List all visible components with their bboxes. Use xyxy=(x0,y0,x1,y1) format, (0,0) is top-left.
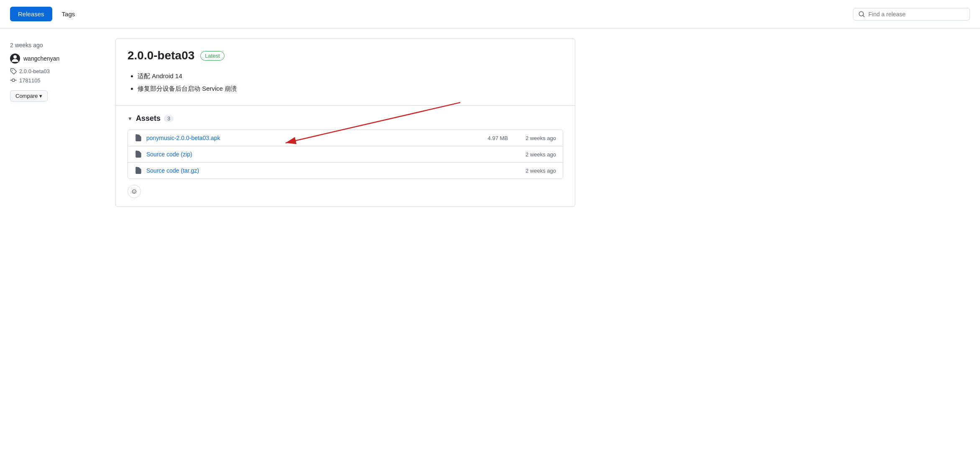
asset-targz-time: 2 weeks ago xyxy=(526,168,556,174)
release-card: 2.0.0-beta03 Latest 适配 Android 14 修复部分设备… xyxy=(115,38,575,207)
asset-apk-size: 4.97 MB xyxy=(488,135,508,141)
targz-icon xyxy=(135,167,142,174)
asset-zip-link[interactable]: Source code (zip) xyxy=(146,151,504,158)
search-box xyxy=(853,8,970,20)
chevron-down-icon: ▾ xyxy=(39,93,42,99)
release-version: 2.0.0-beta03 xyxy=(128,49,194,62)
avatar xyxy=(10,54,20,64)
asset-item-apk: ponymusic-2.0.0-beta03.apk 4.97 MB 2 wee… xyxy=(128,130,563,146)
asset-apk-time: 2 weeks ago xyxy=(526,135,556,141)
compare-button[interactable]: Compare ▾ xyxy=(10,90,48,102)
commit-icon xyxy=(10,77,17,84)
assets-section: ▼ Assets 3 ponymusic-2.0.0-beta03.apk 4.… xyxy=(116,106,575,207)
svg-point-0 xyxy=(13,55,17,59)
sidebar: 2 weeks ago wangchenyan 2.0.0-beta03 xyxy=(10,38,102,207)
release-title-row: 2.0.0-beta03 Latest xyxy=(128,49,563,62)
zip-icon xyxy=(135,151,142,158)
asset-targz-link[interactable]: Source code (tar.gz) xyxy=(146,167,504,174)
sidebar-meta: 2.0.0-beta03 1781105 xyxy=(10,68,102,84)
asset-zip-time: 2 weeks ago xyxy=(526,151,556,158)
asset-item-targz: Source code (tar.gz) 2 weeks ago xyxy=(128,163,563,179)
search-input[interactable] xyxy=(868,11,965,18)
asset-apk-link[interactable]: ponymusic-2.0.0-beta03.apk xyxy=(146,135,484,141)
assets-title: Assets xyxy=(136,114,161,123)
sidebar-commit-item: 1781105 xyxy=(10,77,102,84)
main-content: 2 weeks ago wangchenyan 2.0.0-beta03 xyxy=(0,28,585,217)
asset-list: ponymusic-2.0.0-beta03.apk 4.97 MB 2 wee… xyxy=(128,130,563,179)
assets-count-badge: 3 xyxy=(164,115,174,122)
emoji-reaction-button[interactable]: ☺ xyxy=(128,185,141,198)
tab-releases[interactable]: Releases xyxy=(10,7,52,21)
sidebar-user: wangchenyan xyxy=(10,54,102,64)
sidebar-commit-value[interactable]: 1781105 xyxy=(19,77,41,84)
search-icon xyxy=(858,11,865,18)
sidebar-tag-value[interactable]: 2.0.0-beta03 xyxy=(19,68,50,74)
assets-header: ▼ Assets 3 xyxy=(128,114,563,123)
release-header: 2.0.0-beta03 Latest 适配 Android 14 修复部分设备… xyxy=(116,39,575,106)
sidebar-tag-item: 2.0.0-beta03 xyxy=(10,68,102,74)
release-card-wrapper: 2.0.0-beta03 Latest 适配 Android 14 修复部分设备… xyxy=(115,38,575,207)
asset-item-zip: Source code (zip) 2 weeks ago xyxy=(128,146,563,163)
sidebar-time: 2 weeks ago xyxy=(10,42,102,48)
latest-badge: Latest xyxy=(200,51,224,61)
compare-label: Compare xyxy=(15,93,38,99)
tab-tags[interactable]: Tags xyxy=(54,7,83,21)
sidebar-username[interactable]: wangchenyan xyxy=(23,55,59,62)
release-notes: 适配 Android 14 修复部分设备后台启动 Service 崩溃 xyxy=(128,71,563,94)
release-note-item: 适配 Android 14 xyxy=(138,71,563,82)
top-bar: Releases Tags xyxy=(0,0,980,28)
assets-triangle-icon: ▼ xyxy=(128,116,133,122)
tag-icon xyxy=(10,68,17,74)
apk-icon xyxy=(135,134,142,142)
release-note-item: 修复部分设备后台启动 Service 崩溃 xyxy=(138,83,563,94)
tab-group: Releases Tags xyxy=(10,7,83,21)
